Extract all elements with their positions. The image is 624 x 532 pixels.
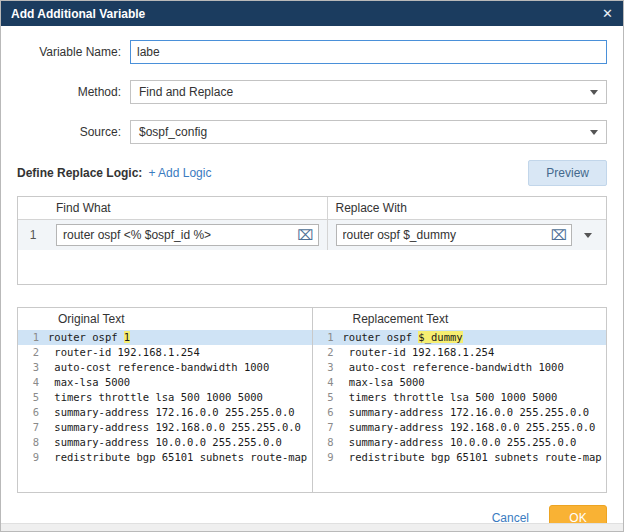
code-line[interactable]: 3 auto-cost reference-bandwidth 1000	[18, 360, 312, 375]
variable-name-input[interactable]	[130, 40, 607, 64]
code-line[interactable]: 1router ospf 1	[18, 330, 312, 345]
line-number: 8	[18, 435, 48, 450]
code-line[interactable]: 6 summary-address 172.16.0.0 255.255.0.0	[18, 405, 312, 420]
code-text: router-id 192.168.1.254	[343, 345, 495, 360]
method-selected-value: Find and Replace	[139, 85, 590, 99]
line-number: 1	[313, 330, 343, 345]
replace-with-field: ⌧	[336, 224, 573, 246]
row-dropdown-toggle[interactable]	[578, 224, 598, 246]
method-row: Method: Find and Replace	[17, 80, 607, 104]
line-number: 5	[313, 390, 343, 405]
chevron-down-icon	[584, 233, 592, 238]
code-line[interactable]: 4 max-lsa 5000	[313, 375, 607, 390]
code-line[interactable]: 1router ospf $_dummy	[313, 330, 607, 345]
code-line[interactable]: 9 redistribute bgp 65101 subnets route-m…	[313, 450, 607, 465]
line-number: 8	[313, 435, 343, 450]
line-number: 1	[18, 330, 48, 345]
code-text: timers throttle lsa 500 1000 5000	[48, 390, 263, 405]
code-text: max-lsa 5000	[343, 375, 425, 390]
code-text: redistribute bgp 65101 subnets route-map…	[343, 450, 607, 465]
dialog-title: Add Additional Variable	[11, 7, 145, 21]
find-what-column-header: Find What	[48, 197, 327, 219]
original-text-body: 1router ospf 12 router-id 192.168.1.2543…	[18, 330, 312, 465]
code-line[interactable]: 3 auto-cost reference-bandwidth 1000	[313, 360, 607, 375]
code-line[interactable]: 2 router-id 192.168.1.254	[18, 345, 312, 360]
line-number: 2	[313, 345, 343, 360]
insert-variable-icon[interactable]: ⌧	[297, 228, 313, 242]
line-number: 5	[18, 390, 48, 405]
replace-logic-label: Define Replace Logic:	[17, 166, 142, 180]
line-number: 7	[18, 420, 48, 435]
find-replace-table: Find What Replace With 1 ⌧ ⌧	[17, 196, 607, 285]
replacement-text-panel: Replacement Text 1router ospf $_dummy2 r…	[313, 308, 607, 492]
line-number: 4	[313, 375, 343, 390]
variable-name-label: Variable Name:	[17, 45, 121, 59]
chevron-down-icon	[590, 90, 598, 95]
variable-name-row: Variable Name:	[17, 40, 607, 64]
line-number: 7	[313, 420, 343, 435]
code-text: summary-address 172.16.0.0 255.255.0.0	[343, 405, 590, 420]
line-number: 3	[313, 360, 343, 375]
replacement-text-header: Replacement Text	[313, 308, 607, 330]
code-text: summary-address 10.0.0.0 255.255.0.0	[343, 435, 577, 450]
line-number: 2	[18, 345, 48, 360]
row-number: 1	[18, 228, 48, 242]
close-icon[interactable]: ✕	[602, 7, 613, 20]
code-line[interactable]: 6 summary-address 172.16.0.0 255.255.0.0	[313, 405, 607, 420]
replace-with-cell: ⌧	[327, 220, 607, 250]
code-text: redistribute bgp 65101 subnets route-map…	[48, 450, 313, 465]
code-line[interactable]: 2 router-id 192.168.1.254	[313, 345, 607, 360]
code-line[interactable]: 5 timers throttle lsa 500 1000 5000	[18, 390, 312, 405]
code-text: timers throttle lsa 500 1000 5000	[343, 390, 558, 405]
dialog-header: Add Additional Variable ✕	[1, 1, 623, 26]
code-line[interactable]: 8 summary-address 10.0.0.0 255.255.0.0	[313, 435, 607, 450]
replace-with-input[interactable]	[343, 228, 547, 242]
code-text: summary-address 10.0.0.0 255.255.0.0	[48, 435, 282, 450]
code-text: max-lsa 5000	[48, 375, 130, 390]
code-line[interactable]: 7 summary-address 192.168.0.0 255.255.0.…	[18, 420, 312, 435]
line-number: 9	[313, 450, 343, 465]
code-line[interactable]: 8 summary-address 10.0.0.0 255.255.0.0	[18, 435, 312, 450]
source-selected-value: $ospf_config	[139, 125, 590, 139]
source-select[interactable]: $ospf_config	[130, 120, 607, 144]
replacement-text-body: 1router ospf $_dummy2 router-id 192.168.…	[313, 330, 607, 465]
source-label: Source:	[17, 125, 121, 139]
code-text: summary-address 192.168.0.0 255.255.0.0	[343, 420, 596, 435]
line-number: 6	[313, 405, 343, 420]
line-number: 3	[18, 360, 48, 375]
find-replace-table-header: Find What Replace With	[18, 197, 606, 220]
find-replace-row: 1 ⌧ ⌧	[18, 220, 606, 250]
find-what-cell: ⌧	[48, 220, 327, 250]
code-text: router ospf $_dummy	[343, 330, 463, 345]
code-text: router-id 192.168.1.254	[48, 345, 200, 360]
chevron-down-icon	[590, 130, 598, 135]
code-line[interactable]: 9 redistribute bgp 65101 subnets route-m…	[18, 450, 312, 465]
line-number: 4	[18, 375, 48, 390]
method-select[interactable]: Find and Replace	[130, 80, 607, 104]
horizontal-scrollbar-track[interactable]	[1, 523, 623, 531]
code-text: summary-address 192.168.0.0 255.255.0.0	[48, 420, 301, 435]
find-what-field: ⌧	[56, 224, 319, 246]
highlighted-match: 1	[124, 331, 130, 343]
original-text-panel: Original Text 1router ospf 12 router-id …	[18, 308, 313, 492]
row-number-header	[18, 197, 48, 219]
insert-variable-icon[interactable]: ⌧	[551, 228, 567, 242]
form-area: Variable Name: Method: Find and Replace …	[1, 26, 623, 144]
preview-button[interactable]: Preview	[528, 160, 607, 186]
find-what-input[interactable]	[63, 228, 293, 242]
code-text: summary-address 172.16.0.0 255.255.0.0	[48, 405, 295, 420]
code-text: auto-cost reference-bandwidth 1000	[343, 360, 564, 375]
preview-comparison: Original Text 1router ospf 12 router-id …	[17, 307, 607, 493]
add-variable-dialog: { "colors": { "header_bg": "#1b3c5f", "a…	[0, 0, 624, 532]
add-logic-link[interactable]: + Add Logic	[148, 166, 211, 180]
method-label: Method:	[17, 85, 121, 99]
source-row: Source: $ospf_config	[17, 120, 607, 144]
code-text: router ospf 1	[48, 330, 130, 345]
replace-with-column-header: Replace With	[327, 197, 607, 219]
highlighted-match: $_dummy	[418, 331, 462, 343]
code-line[interactable]: 7 summary-address 192.168.0.0 255.255.0.…	[313, 420, 607, 435]
code-line[interactable]: 5 timers throttle lsa 500 1000 5000	[313, 390, 607, 405]
code-text: auto-cost reference-bandwidth 1000	[48, 360, 269, 375]
code-line[interactable]: 4 max-lsa 5000	[18, 375, 312, 390]
table-empty-area	[18, 250, 606, 284]
